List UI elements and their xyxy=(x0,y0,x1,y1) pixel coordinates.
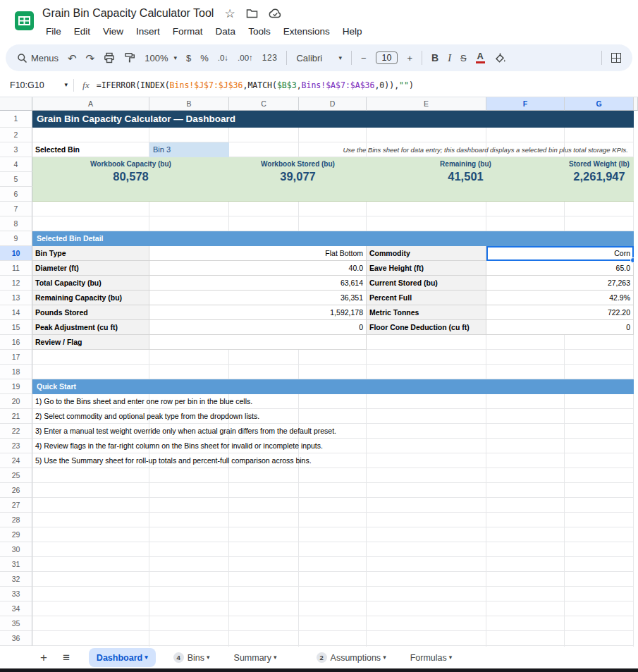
quickstart-step[interactable]: 1) Go to the Bins sheet and enter one ro… xyxy=(32,394,634,409)
star-icon[interactable]: ☆ xyxy=(224,8,235,20)
quickstart-section-header[interactable]: Quick Start xyxy=(32,379,634,394)
doc-title[interactable]: Grain Bin Capacity Calculator Tool xyxy=(42,7,214,20)
decrease-font-size-button[interactable]: − xyxy=(361,53,367,63)
detail-label[interactable]: Pounds Stored xyxy=(32,305,149,320)
detail-label[interactable]: Percent Full xyxy=(367,291,486,305)
row-header-22[interactable]: 22 xyxy=(0,424,32,439)
formula-input[interactable]: =IFERROR(INDEX(Bins!$J$7:$J$36,MATCH($B$… xyxy=(97,80,414,90)
row-header-33[interactable]: 33 xyxy=(0,587,32,601)
text-color-button[interactable]: A xyxy=(476,52,485,63)
column-header-B[interactable]: B xyxy=(149,97,229,111)
row-header-4[interactable]: 4 xyxy=(0,157,32,172)
tab-bins[interactable]: 4 Bins ▾ xyxy=(166,648,218,667)
row-header-28[interactable]: 28 xyxy=(0,513,32,527)
detail-section-header[interactable]: Selected Bin Detail xyxy=(32,231,634,246)
column-header-D[interactable]: D xyxy=(299,97,367,111)
decrease-decimal-button[interactable]: .0↓ xyxy=(218,54,228,62)
dashboard-note[interactable]: Use the Bins sheet for data entry; this … xyxy=(229,142,631,157)
row-header-19[interactable]: 19 xyxy=(0,379,32,394)
row-header-12[interactable]: 12 xyxy=(0,276,32,291)
print-button[interactable] xyxy=(104,52,115,63)
detail-label[interactable]: Remaining Capacity (bu) xyxy=(32,291,149,305)
zoom-select[interactable]: 100%▾ xyxy=(145,53,177,63)
row-header-14[interactable]: 14 xyxy=(0,305,32,320)
row-header-20[interactable]: 20 xyxy=(0,394,32,409)
column-header-A[interactable]: A xyxy=(32,97,149,111)
detail-label[interactable]: Diameter (ft) xyxy=(32,261,149,276)
all-sheets-button[interactable]: ≡ xyxy=(56,650,76,665)
detail-value[interactable] xyxy=(486,335,634,350)
format-currency-button[interactable]: $ xyxy=(186,53,191,63)
row-header-2[interactable]: 2 xyxy=(0,128,32,142)
selected-bin-label[interactable]: Selected Bin xyxy=(32,142,149,157)
detail-label[interactable]: Metric Tonnes xyxy=(367,305,486,320)
move-folder-icon[interactable] xyxy=(246,8,258,18)
menu-extensions[interactable]: Extensions xyxy=(277,24,336,39)
font-size-input[interactable]: 10 xyxy=(376,51,398,64)
row-header-17[interactable]: 17 xyxy=(0,350,32,365)
detail-label[interactable]: Review / Flag xyxy=(32,335,149,350)
sheets-logo[interactable] xyxy=(15,11,34,30)
tab-assumptions[interactable]: 2 Assumptions ▾ xyxy=(309,648,394,667)
column-header-C[interactable]: C xyxy=(229,97,299,111)
row-header-7[interactable]: 7 xyxy=(0,202,32,216)
row-header-27[interactable]: 27 xyxy=(0,498,32,513)
detail-label[interactable]: Current Stored (bu) xyxy=(367,276,486,291)
increase-font-size-button[interactable]: + xyxy=(407,53,412,63)
fill-handle[interactable] xyxy=(630,257,634,263)
row-header-31[interactable]: 31 xyxy=(0,557,32,572)
select-all-corner[interactable] xyxy=(0,97,32,111)
row-header-25[interactable]: 25 xyxy=(0,468,32,483)
kpi-value-remaining[interactable]: 41,501 xyxy=(367,170,565,183)
add-sheet-button[interactable]: + xyxy=(34,650,54,665)
font-select[interactable]: Calibri▾ xyxy=(296,53,342,63)
detail-label[interactable]: Bin Type xyxy=(32,246,149,261)
row-header-24[interactable]: 24 xyxy=(0,453,32,468)
tab-dashboard[interactable]: Dashboard ▾ xyxy=(89,648,156,667)
number-format-button[interactable]: 123 xyxy=(262,53,278,63)
kpi-header-capacity[interactable]: Workbook Capacity (bu) xyxy=(32,160,229,168)
detail-value[interactable] xyxy=(149,335,367,350)
menus-search-button[interactable]: Menus xyxy=(17,53,59,63)
row-header-11[interactable]: 11 xyxy=(0,261,32,276)
row-header-35[interactable]: 35 xyxy=(0,616,32,631)
row-header-36[interactable]: 36 xyxy=(0,631,32,646)
detail-label[interactable]: Commodity xyxy=(367,246,486,261)
row-header-32[interactable]: 32 xyxy=(0,572,32,587)
row-header-15[interactable]: 15 xyxy=(0,320,32,335)
detail-value[interactable]: 722.20 xyxy=(486,305,634,320)
menu-format[interactable]: Format xyxy=(166,24,209,39)
detail-value[interactable]: 0 xyxy=(486,320,634,335)
detail-label[interactable]: Eave Height (ft) xyxy=(367,261,486,276)
kpi-value-weight[interactable]: 2,261,947 xyxy=(565,170,634,183)
row-header-30[interactable]: 30 xyxy=(0,542,32,557)
menu-tools[interactable]: Tools xyxy=(242,24,277,39)
row-header-5[interactable]: 5 xyxy=(0,172,32,187)
strikethrough-button[interactable]: S xyxy=(460,53,467,63)
row-header-13[interactable]: 13 xyxy=(0,291,32,305)
row-header-10[interactable]: 10 xyxy=(0,246,32,261)
detail-value[interactable]: 63,614 xyxy=(149,276,367,291)
kpi-value-capacity[interactable]: 80,578 xyxy=(32,170,229,183)
detail-value[interactable]: 36,351 xyxy=(149,291,367,305)
borders-button[interactable] xyxy=(611,53,621,63)
tab-formulas[interactable]: Formulas ▾ xyxy=(403,648,460,667)
cloud-saved-icon[interactable] xyxy=(269,8,282,18)
kpi-header-weight[interactable]: Stored Weight (lb) xyxy=(565,160,634,168)
detail-value[interactable]: 42.9% xyxy=(486,291,634,305)
detail-value[interactable]: 0 xyxy=(149,320,367,335)
fill-color-button[interactable] xyxy=(494,52,506,63)
column-header-F[interactable]: F xyxy=(486,97,565,111)
quickstart-step[interactable]: 4) Review flags in the far-right column … xyxy=(32,439,634,453)
row-header-34[interactable]: 34 xyxy=(0,601,32,616)
row-header-9[interactable]: 9 xyxy=(0,231,32,246)
selected-bin-cell[interactable]: Bin 3 xyxy=(149,142,229,157)
bold-button[interactable]: B xyxy=(431,52,438,63)
tab-summary[interactable]: Summary ▾ xyxy=(226,648,285,667)
row-header-23[interactable]: 23 xyxy=(0,439,32,453)
increase-decimal-button[interactable]: .00↑ xyxy=(238,54,253,62)
detail-value[interactable]: 1,592,178 xyxy=(149,305,367,320)
detail-label[interactable]: Floor Cone Deduction (cu ft) xyxy=(367,320,486,335)
column-header-E[interactable]: E xyxy=(367,97,486,111)
paint-format-button[interactable] xyxy=(124,52,135,63)
